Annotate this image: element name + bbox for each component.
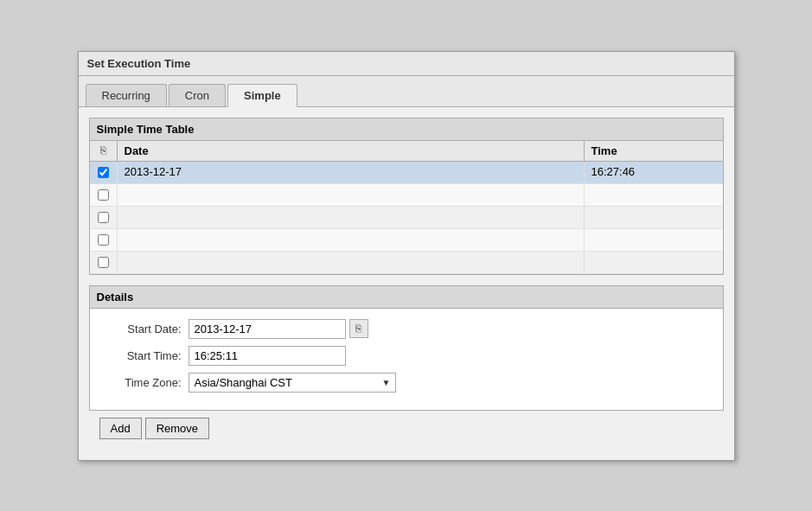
start-date-row: Start Date: ⎘ xyxy=(104,319,709,339)
row-checkbox-5[interactable] xyxy=(90,252,118,273)
start-time-label: Start Time: xyxy=(104,349,182,362)
timezone-select-wrap: Asia/Shanghai CST America/New_York EST A… xyxy=(189,373,396,393)
row-checkbox-3[interactable] xyxy=(90,207,118,228)
col-header-date: Date xyxy=(118,141,585,161)
details-section-header: Details xyxy=(90,286,723,309)
tabs-bar: Recurring Cron Simple xyxy=(79,76,734,107)
col-header-time: Time xyxy=(585,141,723,161)
table-row[interactable] xyxy=(90,184,723,207)
start-date-copy-button[interactable]: ⎘ xyxy=(349,319,368,338)
row-date-5 xyxy=(118,252,585,273)
row-date-3 xyxy=(118,207,585,228)
checkbox-1[interactable] xyxy=(98,167,109,178)
remove-button[interactable]: Remove xyxy=(145,418,209,439)
copy-icon: ⎘ xyxy=(355,323,361,335)
row-time-1: 16:27:46 xyxy=(585,162,723,183)
row-checkbox-4[interactable] xyxy=(90,229,118,251)
start-time-row: Start Time: xyxy=(104,346,709,366)
timezone-select[interactable]: Asia/Shanghai CST America/New_York EST A… xyxy=(189,373,396,393)
table-area: ⎘ Date Time 2013-12-17 16:27:46 xyxy=(90,141,723,274)
row-date-1: 2013-12-17 xyxy=(118,162,585,183)
table-header-row: ⎘ Date Time xyxy=(90,141,723,162)
table-section-header: Simple Time Table xyxy=(90,118,723,141)
row-time-2 xyxy=(585,184,723,206)
table-row[interactable]: 2013-12-17 16:27:46 xyxy=(90,162,723,184)
table-row[interactable] xyxy=(90,229,723,252)
row-time-3 xyxy=(585,207,723,228)
tab-cron[interactable]: Cron xyxy=(169,84,226,106)
checkbox-4[interactable] xyxy=(98,234,109,246)
table-row[interactable] xyxy=(90,207,723,229)
copy-all-icon[interactable]: ⎘ xyxy=(90,141,118,161)
start-date-label: Start Date: xyxy=(104,323,182,335)
simple-time-table-section: Simple Time Table ⎘ Date Time 2013-12-17… xyxy=(89,118,724,275)
row-checkbox-1[interactable] xyxy=(90,162,118,183)
content-area: Simple Time Table ⎘ Date Time 2013-12-17… xyxy=(79,107,734,460)
add-button[interactable]: Add xyxy=(99,418,142,439)
checkbox-3[interactable] xyxy=(98,212,109,223)
button-bar: Add Remove xyxy=(89,411,724,450)
table-row[interactable] xyxy=(90,252,723,274)
row-checkbox-2[interactable] xyxy=(90,184,118,206)
tab-recurring[interactable]: Recurring xyxy=(86,84,167,106)
timezone-label: Time Zone: xyxy=(104,376,182,389)
start-date-input-wrap: ⎘ xyxy=(189,319,368,339)
start-date-input[interactable] xyxy=(189,319,346,339)
checkbox-2[interactable] xyxy=(98,189,109,201)
set-execution-time-dialog: Set Execution Time Recurring Cron Simple… xyxy=(78,51,735,461)
copy-icon-symbol: ⎘ xyxy=(100,144,106,156)
timezone-row: Time Zone: Asia/Shanghai CST America/New… xyxy=(104,373,709,393)
form-area: Start Date: ⎘ Start Time: Time Zone: xyxy=(90,309,723,410)
dialog-title: Set Execution Time xyxy=(79,52,734,76)
row-time-4 xyxy=(585,229,723,251)
details-section: Details Start Date: ⎘ Start Time: xyxy=(89,285,724,411)
start-time-input[interactable] xyxy=(189,346,346,366)
row-date-2 xyxy=(118,184,585,206)
row-date-4 xyxy=(118,229,585,251)
tab-simple[interactable]: Simple xyxy=(227,84,297,107)
row-time-5 xyxy=(585,252,723,273)
checkbox-5[interactable] xyxy=(98,257,109,268)
